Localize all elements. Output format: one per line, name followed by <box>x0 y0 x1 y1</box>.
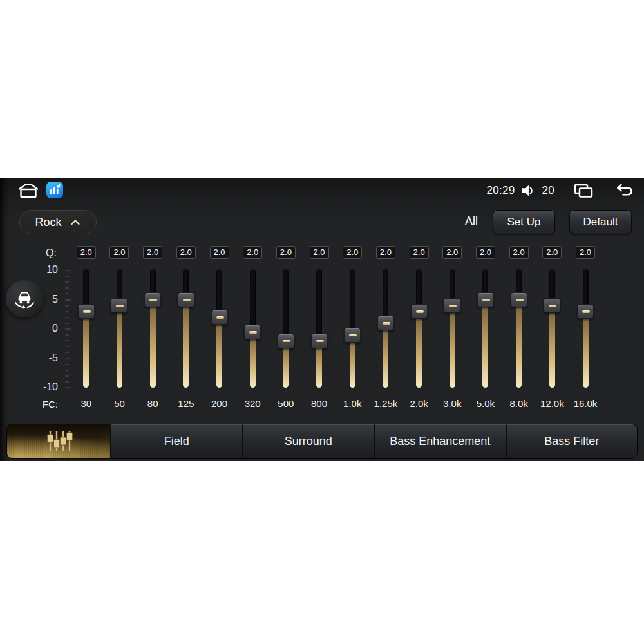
q-value-badge-5.0k: 2.0 <box>476 246 495 259</box>
preset-selector[interactable]: Rock <box>19 210 97 234</box>
slider-track-lower <box>482 300 488 388</box>
default-button[interactable]: Default <box>569 210 632 234</box>
tab-label: Bass Enhancement <box>390 435 490 448</box>
slider-track-lower <box>416 312 422 388</box>
fc-label-320: 320 <box>236 398 269 409</box>
eq-band-slider-1.0k[interactable] <box>344 269 361 388</box>
slider-handle[interactable] <box>211 310 228 325</box>
slider-handle[interactable] <box>111 298 128 313</box>
slider-track-lower <box>183 300 189 388</box>
fc-label-12.0k: 12.0k <box>535 398 569 409</box>
eq-band-slider-3.0k[interactable] <box>444 269 460 388</box>
eq-band-slider-80[interactable] <box>144 269 161 388</box>
slider-handle[interactable] <box>278 334 294 348</box>
scale-label--10: -10 <box>35 381 58 393</box>
eq-band-slider-500[interactable] <box>278 269 294 388</box>
clock: 20:29 <box>486 184 515 197</box>
slider-handle[interactable] <box>144 292 161 307</box>
eq-band-slider-30[interactable] <box>78 269 95 388</box>
chevron-up-icon <box>70 218 81 226</box>
tab-bass_filter[interactable]: Bass Filter <box>506 424 638 458</box>
set-up-button[interactable]: Set Up <box>493 210 555 234</box>
status-bar: 20:29 20 <box>0 178 644 203</box>
slider-track-upper <box>350 269 355 335</box>
eq-band-slider-320[interactable] <box>244 269 261 388</box>
slider-handle[interactable] <box>411 304 428 319</box>
slider-track-lower <box>150 300 156 388</box>
eq-band-slider-125[interactable] <box>178 269 194 388</box>
equalizer-screen: 20:29 20 Rock All S <box>0 178 644 461</box>
q-value-badge-320: 2.0 <box>243 246 262 259</box>
slider-handle[interactable] <box>444 298 460 313</box>
page-background: { "status_bar": { "time": "20:29", "volu… <box>0 0 644 644</box>
tab-label: Surround <box>285 435 332 448</box>
q-value-badge-2.0k: 2.0 <box>410 246 429 259</box>
eq-band-slider-8.0k[interactable] <box>511 269 527 388</box>
tab-bass_enhancement[interactable]: Bass Enhancement <box>374 424 506 458</box>
eq-app-button[interactable] <box>46 182 63 198</box>
eq-band-slider-16.0k[interactable] <box>577 269 594 388</box>
eq-band-slider-800[interactable] <box>311 269 328 388</box>
slider-handle[interactable] <box>78 304 95 319</box>
preset-label: Rock <box>35 216 61 229</box>
back-arrow-icon[interactable] <box>612 183 634 198</box>
slider-track-lower <box>450 306 455 388</box>
fc-label-2.0k: 2.0k <box>402 398 436 409</box>
fc-label-8.0k: 8.0k <box>502 398 536 409</box>
scale-label-0: 0 <box>35 323 58 334</box>
volume-level: 20 <box>542 184 554 197</box>
all-toggle[interactable]: All <box>465 214 478 228</box>
scale-label--5: -5 <box>35 352 58 364</box>
sound-field-button[interactable] <box>6 280 43 317</box>
q-value-badge-200: 2.0 <box>210 246 229 259</box>
slider-track-lower <box>516 300 522 388</box>
slider-handle[interactable] <box>311 334 328 348</box>
slider-handle[interactable] <box>377 316 394 330</box>
speaker-icon <box>520 183 536 198</box>
eq-band-slider-2.0k[interactable] <box>411 269 428 388</box>
tab-field[interactable]: Field <box>110 424 242 458</box>
slider-track-lower <box>350 335 355 388</box>
scale-label-10: 10 <box>35 264 58 276</box>
fc-label-1.0k: 1.0k <box>336 398 369 409</box>
fc-label-200: 200 <box>203 398 236 409</box>
slider-handle[interactable] <box>577 304 594 319</box>
fc-label-80: 80 <box>136 398 169 409</box>
q-value-badge-12.0k: 2.0 <box>542 246 562 259</box>
slider-handle[interactable] <box>244 325 261 339</box>
slider-track-lower <box>117 306 122 388</box>
slider-handle[interactable] <box>344 328 361 343</box>
q-value-badge-500: 2.0 <box>276 246 296 259</box>
slider-handle[interactable] <box>477 292 494 307</box>
car-sound-field-icon <box>12 286 37 312</box>
q-value-badge-800: 2.0 <box>310 246 329 259</box>
q-value-badge-3.0k: 2.0 <box>442 246 462 259</box>
fc-label-5.0k: 5.0k <box>469 398 502 409</box>
slider-track-lower <box>250 332 256 388</box>
slider-track-lower <box>216 317 222 388</box>
recent-apps-icon[interactable] <box>573 182 594 200</box>
eq-band-slider-50[interactable] <box>111 269 128 388</box>
eq-band-slider-1.25k[interactable] <box>377 269 394 388</box>
bottom-tab-bar: FieldSurroundBass EnhancementBass Filter <box>6 424 638 459</box>
slider-track-lower <box>83 312 89 388</box>
q-value-badge-1.25k: 2.0 <box>376 246 395 259</box>
status-right-cluster: 20:29 20 <box>486 182 634 200</box>
tab-surround[interactable]: Surround <box>242 424 374 458</box>
slider-handle[interactable] <box>178 292 194 307</box>
eq-band-slider-12.0k[interactable] <box>544 269 560 388</box>
eq-band-slider-5.0k[interactable] <box>477 269 494 388</box>
slider-track-upper <box>283 269 289 341</box>
slider-track-upper <box>250 269 256 332</box>
q-value-badge-30: 2.0 <box>77 246 96 259</box>
q-value-badge-80: 2.0 <box>143 246 162 259</box>
slider-handle[interactable] <box>544 298 560 313</box>
slider-handle[interactable] <box>511 292 527 307</box>
slider-track-lower <box>583 312 589 388</box>
eq-band-slider-200[interactable] <box>211 269 228 388</box>
fc-label-125: 125 <box>169 398 203 409</box>
tab-label: Field <box>164 435 189 448</box>
tab-eq[interactable] <box>7 424 110 458</box>
home-button[interactable] <box>17 182 40 199</box>
q-value-badge-8.0k: 2.0 <box>509 246 529 259</box>
